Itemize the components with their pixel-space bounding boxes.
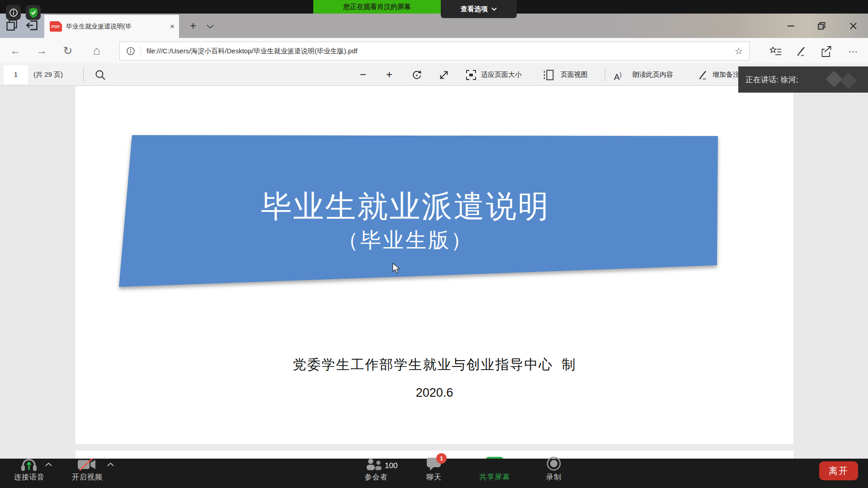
pdf-file-icon: PDF	[50, 21, 62, 32]
page-view-label[interactable]: 页面视图	[561, 63, 588, 86]
duplicate-window-button[interactable]	[6, 19, 18, 33]
address-divider	[141, 46, 141, 56]
close-icon	[850, 23, 857, 29]
window-minimize-button[interactable]	[785, 20, 797, 32]
zoom-in-button[interactable]: +	[383, 68, 396, 81]
leave-meeting-button[interactable]: 离开	[819, 461, 858, 480]
read-aloud-label[interactable]: 朗读此页内容	[632, 63, 673, 86]
mouse-cursor	[392, 263, 402, 275]
start-video-button[interactable]	[77, 458, 96, 473]
pdf-badge-label: PDF	[52, 24, 61, 29]
shield-check-icon	[28, 7, 38, 18]
refresh-button[interactable]: ↻	[61, 43, 75, 58]
info-icon	[9, 8, 18, 17]
view-options-label: 查看选项	[461, 5, 488, 14]
toolbar-divider	[83, 68, 84, 81]
video-camera-off-icon	[77, 458, 96, 471]
ink-notes-button[interactable]	[794, 45, 808, 58]
minimize-icon	[788, 25, 794, 27]
tab-title: 毕业生就业派遣说明(毕	[66, 23, 162, 31]
video-options-chevron[interactable]	[107, 460, 114, 469]
window-close-button[interactable]	[847, 20, 859, 32]
fit-page-label[interactable]: 适应页面大小	[481, 63, 522, 86]
watching-screen-banner: 您正在观看肖汉的屏幕	[313, 0, 441, 14]
home-button[interactable]: ⌂	[90, 43, 104, 58]
favorites-list-icon	[770, 47, 782, 56]
audio-options-chevron[interactable]	[45, 460, 52, 469]
expand-button[interactable]	[438, 69, 450, 81]
participants-icon	[366, 458, 383, 471]
start-video-label[interactable]: 开启视频	[60, 473, 114, 482]
record-label[interactable]: 录制	[527, 473, 581, 482]
page-info-icon[interactable]	[126, 47, 135, 56]
participants-count: 100	[385, 461, 397, 470]
search-icon	[94, 69, 106, 81]
address-bar[interactable]: file:///C:/Users/海淀小百科/Desktop/毕业生就业派遣说明…	[119, 42, 750, 61]
chevron-up-icon	[45, 462, 52, 467]
search-button[interactable]	[94, 69, 107, 81]
page-number-input[interactable]: 1	[4, 65, 28, 84]
back-button[interactable]: ←	[9, 43, 22, 58]
slide-credit-line: 党委学生工作部学生就业与创业指导中心 制	[75, 356, 793, 374]
exit-annotation-button[interactable]	[25, 19, 38, 33]
new-tab-button[interactable]: +	[186, 19, 200, 33]
favorites-list-button[interactable]	[769, 45, 783, 58]
connect-audio-button[interactable]	[20, 457, 38, 473]
chat-unread-badge: 1	[436, 453, 447, 464]
now-speaking-text: 正在讲话: 徐河;	[745, 75, 798, 85]
record-icon	[546, 456, 561, 471]
chevron-up-icon	[107, 462, 114, 467]
headphones-icon	[20, 457, 38, 471]
pdf-viewport[interactable]: 毕业生就业派遣说明 （毕业生版） 党委学生工作部学生就业与创业指导中心 制 20…	[0, 86, 868, 459]
pen-icon	[697, 69, 708, 81]
rotate-icon	[411, 69, 423, 81]
view-options-button[interactable]: 查看选项	[441, 0, 517, 18]
participants-button[interactable]	[366, 458, 383, 473]
tab-list-button[interactable]	[206, 23, 214, 31]
forward-button[interactable]: →	[35, 43, 48, 58]
window-restore-button[interactable]	[816, 20, 827, 32]
share-screen-label[interactable]: 共享屏幕	[467, 473, 522, 482]
page-view-button[interactable]	[542, 69, 555, 81]
favorite-star-icon[interactable]: ☆	[735, 46, 743, 56]
share-page-button[interactable]	[820, 45, 833, 58]
slide-date: 2020.6	[75, 386, 793, 400]
browser-tab[interactable]: PDF 毕业生就业派遣说明(毕 ×	[44, 15, 179, 38]
diagonal-resize-icon	[439, 70, 449, 80]
fit-page-button[interactable]	[465, 69, 477, 81]
speaker-logo-diamond	[840, 73, 857, 89]
tab-close-button[interactable]: ×	[170, 23, 175, 30]
rotate-button[interactable]	[410, 69, 423, 81]
slide-subtitle: （毕业生版）	[132, 227, 679, 253]
share-icon	[821, 46, 832, 57]
zoom-out-button[interactable]: −	[357, 68, 369, 81]
toolbar-divider	[605, 68, 605, 81]
exit-arrow-icon	[25, 19, 38, 31]
security-badge-button[interactable]	[26, 5, 41, 20]
screen: 您正在观看肖汉的屏幕 查看选项 PDF	[0, 0, 868, 488]
fit-frame-icon	[465, 69, 477, 81]
now-speaking-overlay: 正在讲话: 徐河;	[738, 66, 868, 93]
chevron-down-icon	[206, 24, 214, 29]
restore-icon	[818, 22, 826, 30]
speaker-logo-diamond	[826, 71, 843, 88]
page-view-icon	[543, 69, 555, 81]
chat-label[interactable]: 聊天	[407, 473, 461, 482]
add-notes-button[interactable]	[696, 69, 709, 81]
record-button[interactable]	[546, 456, 561, 473]
read-aloud-icon[interactable]: A)	[614, 63, 622, 86]
settings-more-button[interactable]: ⋯	[846, 45, 860, 58]
duplicate-pages-icon	[6, 19, 18, 31]
page-count-label: (共 29 页)	[33, 63, 63, 86]
add-notes-label[interactable]: 增加备注	[712, 63, 740, 86]
slide-title: 毕业生就业派遣说明	[132, 188, 679, 225]
participants-label[interactable]: 参会者	[349, 473, 403, 482]
pen-icon	[795, 46, 807, 57]
url-text[interactable]: file:///C:/Users/海淀小百科/Desktop/毕业生就业派遣说明…	[146, 47, 731, 56]
connect-audio-label[interactable]: 连接语音	[2, 473, 57, 482]
info-badge-button[interactable]	[6, 5, 21, 20]
chevron-down-icon	[491, 7, 497, 11]
